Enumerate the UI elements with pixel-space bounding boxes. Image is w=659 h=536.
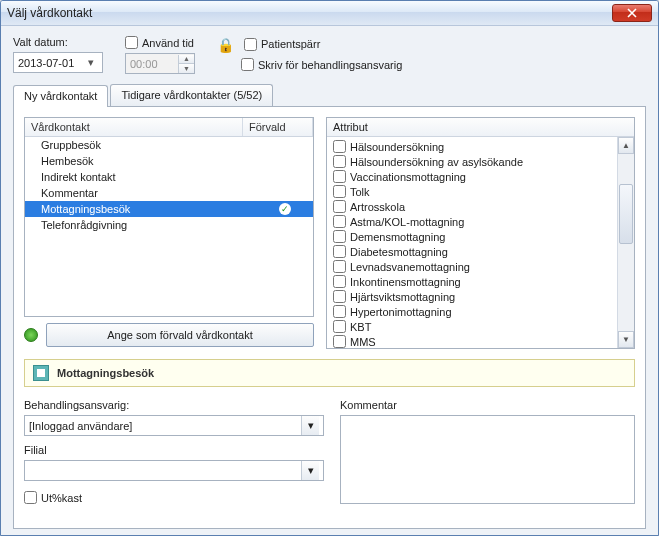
- dialog-body: Valt datum: 2013-07-01 ▾ Använd tid 00:0…: [1, 26, 658, 536]
- skriv-input[interactable]: [241, 58, 254, 71]
- attribute-label: Artrosskola: [350, 201, 405, 213]
- attribute-checkbox[interactable]: [333, 305, 346, 318]
- date-picker[interactable]: 2013-07-01 ▾: [13, 52, 103, 73]
- responsible-combo[interactable]: [Inloggad användare] ▾: [24, 415, 324, 436]
- tab-panel: Vårdkontakt Förvald Gruppbesök✓Hembesök✓…: [13, 106, 646, 529]
- header-default[interactable]: Förvald: [243, 118, 313, 136]
- attribute-item[interactable]: MMS: [327, 334, 617, 348]
- selected-contact-label: Mottagningsbesök: [57, 367, 154, 379]
- attribute-item[interactable]: Artrosskola: [327, 199, 617, 214]
- attribute-scroll: HälsoundersökningHälsoundersökning av as…: [327, 137, 634, 348]
- list-item[interactable]: Telefonrådgivning✓: [25, 217, 313, 233]
- attribute-label: Astma/KOL-mottagning: [350, 216, 464, 228]
- scroll-down-icon[interactable]: ▼: [618, 331, 634, 348]
- attribute-checkbox[interactable]: [333, 170, 346, 183]
- list-item-label: Hembesök: [41, 155, 94, 167]
- attribute-label: Hjärtsviktsmottagning: [350, 291, 455, 303]
- columns: Vårdkontakt Förvald Gruppbesök✓Hembesök✓…: [24, 117, 635, 349]
- vertical-scrollbar[interactable]: ▲ ▼: [617, 137, 634, 348]
- list-item[interactable]: Indirekt kontakt✓: [25, 169, 313, 185]
- attribute-checkbox[interactable]: [333, 155, 346, 168]
- attribute-checkbox[interactable]: [333, 335, 346, 348]
- list-item[interactable]: Hembesök✓: [25, 153, 313, 169]
- document-icon: [33, 365, 49, 381]
- scroll-up-icon[interactable]: ▲: [618, 137, 634, 154]
- attribute-item[interactable]: Diabetesmottagning: [327, 244, 617, 259]
- skriv-checkbox[interactable]: Skriv för behandlingsansvarig: [241, 58, 402, 71]
- attribute-item[interactable]: Demensmottagning: [327, 229, 617, 244]
- attribute-label: Hypertonimottagning: [350, 306, 452, 318]
- header-contact[interactable]: Vårdkontakt: [25, 118, 243, 136]
- attribute-checkbox[interactable]: [333, 275, 346, 288]
- attribute-checkbox[interactable]: [333, 245, 346, 258]
- utkast-input[interactable]: [24, 491, 37, 504]
- attribute-label: Diabetesmottagning: [350, 246, 448, 258]
- filial-label: Filial: [24, 444, 324, 456]
- selected-contact-banner: Mottagningsbesök: [24, 359, 635, 387]
- attribute-checkbox[interactable]: [333, 200, 346, 213]
- patient-block: 🔒 Patientspärr Skriv för behandlingsansv…: [217, 36, 402, 71]
- attribute-label: Tolk: [350, 186, 370, 198]
- attribute-label: Hälsoundersökning: [350, 141, 444, 153]
- list-item[interactable]: Mottagningsbesök✓: [25, 201, 313, 217]
- use-time-checkbox[interactable]: Använd tid: [125, 36, 195, 49]
- attribute-item[interactable]: Hjärtsviktsmottagning: [327, 289, 617, 304]
- list-item-label: Gruppbesök: [41, 139, 101, 151]
- skriv-label: Skriv för behandlingsansvarig: [258, 59, 402, 71]
- bottom-left: Behandlingsansvarig: [Inloggad användare…: [24, 399, 324, 504]
- attribute-checkbox[interactable]: [333, 230, 346, 243]
- attribute-checkbox[interactable]: [333, 320, 346, 333]
- attribute-item[interactable]: Astma/KOL-mottagning: [327, 214, 617, 229]
- attribute-item[interactable]: Hypertonimottagning: [327, 304, 617, 319]
- scroll-track[interactable]: [618, 154, 634, 331]
- attribute-checkbox[interactable]: [333, 215, 346, 228]
- attribute-checkbox[interactable]: [333, 185, 346, 198]
- attribute-item[interactable]: KBT: [327, 319, 617, 334]
- tabset: Ny vårdkontakt Tidigare vårdkontakter (5…: [13, 84, 646, 529]
- attribute-checkbox[interactable]: [333, 290, 346, 303]
- tab-previous-contacts[interactable]: Tidigare vårdkontakter (5/52): [110, 84, 273, 106]
- utkast-checkbox[interactable]: Ut%kast: [24, 491, 324, 504]
- default-indicator-icon: [24, 328, 38, 342]
- responsible-label: Behandlingsansvarig:: [24, 399, 324, 411]
- spinner-buttons: ▲ ▼: [178, 55, 194, 73]
- time-spinner[interactable]: 00:00 ▲ ▼: [125, 53, 195, 74]
- comment-textarea[interactable]: [340, 415, 635, 504]
- attribute-item[interactable]: Inkontinensmottagning: [327, 274, 617, 289]
- attribute-label: KBT: [350, 321, 371, 333]
- lock-icon: 🔒: [217, 37, 234, 53]
- scroll-thumb[interactable]: [619, 184, 633, 244]
- close-button[interactable]: [612, 4, 652, 22]
- list-item[interactable]: Kommentar✓: [25, 185, 313, 201]
- bottom-form: Behandlingsansvarig: [Inloggad användare…: [24, 399, 635, 504]
- attribute-item[interactable]: Hälsoundersökning av asylsökande: [327, 154, 617, 169]
- list-item[interactable]: Gruppbesök✓: [25, 137, 313, 153]
- use-time-label: Använd tid: [142, 37, 194, 49]
- attribute-label: MMS: [350, 336, 376, 348]
- attribute-item[interactable]: Tolk: [327, 184, 617, 199]
- spinner-up[interactable]: ▲: [178, 55, 194, 64]
- tab-new-contact[interactable]: Ny vårdkontakt: [13, 85, 108, 107]
- attribute-checkbox[interactable]: [333, 140, 346, 153]
- filial-combo[interactable]: ▾: [24, 460, 324, 481]
- lock-row: 🔒 Patientspärr: [217, 36, 402, 52]
- time-value: 00:00: [130, 58, 158, 70]
- attribute-label: Levnadsvanemottagning: [350, 261, 470, 273]
- spinner-down[interactable]: ▼: [178, 64, 194, 73]
- contact-items: Gruppbesök✓Hembesök✓Indirekt kontakt✓Kom…: [25, 137, 313, 316]
- attribute-item[interactable]: Vaccinationsmottagning: [327, 169, 617, 184]
- titlebar: Välj vårdkontakt: [1, 1, 658, 26]
- patient-lock-input[interactable]: [244, 38, 257, 51]
- time-column: Använd tid 00:00 ▲ ▼: [125, 36, 195, 74]
- attribute-item[interactable]: Levnadsvanemottagning: [327, 259, 617, 274]
- attribute-header[interactable]: Attribut: [327, 118, 634, 137]
- patient-lock-checkbox[interactable]: Patientspärr: [244, 38, 320, 51]
- set-default-button[interactable]: Ange som förvald vårdkontakt: [46, 323, 314, 347]
- attribute-item[interactable]: Hälsoundersökning: [327, 139, 617, 154]
- check-icon: ✓: [279, 203, 291, 215]
- use-time-input[interactable]: [125, 36, 138, 49]
- attribute-checkbox[interactable]: [333, 260, 346, 273]
- contact-list-header: Vårdkontakt Förvald: [25, 118, 313, 137]
- top-controls: Valt datum: 2013-07-01 ▾ Använd tid 00:0…: [13, 36, 646, 74]
- attribute-items: HälsoundersökningHälsoundersökning av as…: [327, 137, 617, 348]
